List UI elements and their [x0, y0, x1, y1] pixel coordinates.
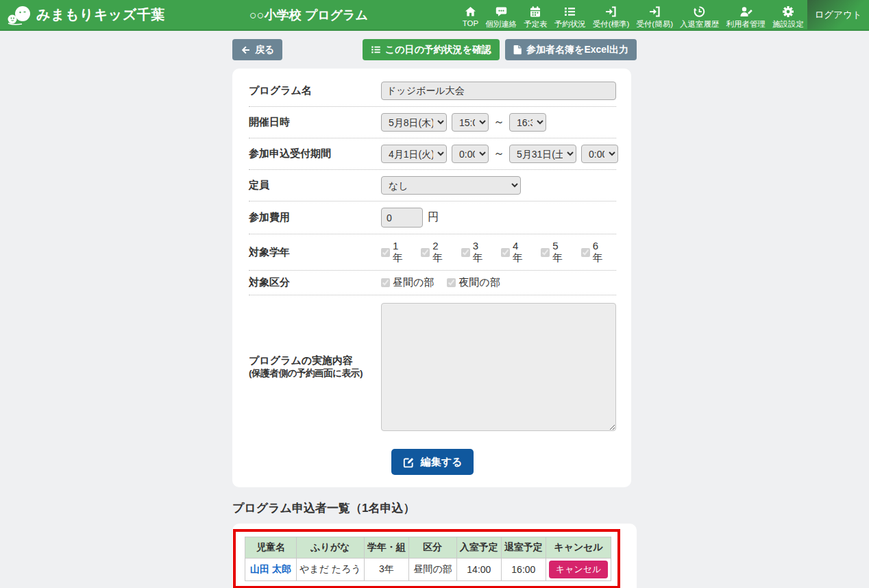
- program-name-input: [381, 82, 616, 100]
- checkbox-icon: [381, 248, 390, 257]
- header-exit-time: 退室予定: [501, 537, 546, 559]
- main-content: 戻る この日の予約状況を確認: [0, 39, 869, 588]
- table-row: 山田 太郎 やまだ たろう 3年 昼間の部 14:00 16:00 キャンセル: [245, 559, 611, 581]
- list-icon: [563, 5, 576, 18]
- period-start-date-select: 4月1日(火): [381, 145, 447, 163]
- period-start-time-select: 0:00: [452, 145, 489, 163]
- form-row-event-datetime: 開催日時 5月8日(木) 15:00 ～ 16:30: [249, 107, 616, 138]
- annotation-highlight-box: 児童名 ふりがな 学年・組 区分 入室予定 退室予定 キャンセル 山田 太郎 や: [233, 529, 620, 588]
- cell-category: 昼間の部: [408, 559, 456, 581]
- cell-exit: 16:00: [501, 559, 546, 581]
- nav-item-reservation-status[interactable]: 予約状況: [551, 0, 589, 29]
- arrow-left-icon: [241, 45, 251, 55]
- form-row-description: プログラムの実施内容 (保護者側の予約画面に表示): [249, 295, 616, 438]
- grade-checkbox-6: 6年: [581, 240, 604, 265]
- checkbox-icon: [461, 248, 470, 257]
- applicants-card: 児童名 ふりがな 学年・組 区分 入室予定 退室予定 キャンセル 山田 太郎 や: [232, 524, 637, 588]
- edit-button-area: 編集する: [249, 449, 616, 475]
- edit-button[interactable]: 編集する: [391, 449, 474, 475]
- page-title: ○○小学校 プログラム: [249, 7, 368, 23]
- category-label: 対象区分: [249, 276, 381, 289]
- header-furigana: ふりがな: [297, 537, 365, 559]
- period-end-time-select: 0:00: [581, 145, 618, 163]
- toolbar: 戻る この日の予約状況を確認: [232, 39, 637, 60]
- form-row-category: 対象区分 昼間の部 夜間の部: [249, 271, 616, 295]
- category-checkbox-night: 夜間の部: [447, 276, 500, 289]
- tilde-separator: ～: [493, 147, 504, 161]
- header-cancel: キャンセル: [546, 537, 611, 559]
- grades-label: 対象学年: [249, 246, 381, 259]
- header-grade: 学年・組: [364, 537, 408, 559]
- form-row-program-name: プログラム名: [249, 75, 616, 107]
- period-end-date-select: 5月31日(土): [509, 145, 576, 163]
- checkbox-icon: [447, 278, 456, 287]
- header-child-name: 児童名: [245, 537, 297, 559]
- back-button[interactable]: 戻る: [232, 39, 282, 60]
- calendar-icon: [529, 5, 541, 18]
- checkbox-icon: [421, 248, 430, 257]
- form-row-application-period: 参加申込受付期間 4月1日(火) 0:00 ～ 5月31日(土) 0:00: [249, 138, 616, 170]
- nav-item-reception-standard[interactable]: 受付(標準): [589, 0, 633, 29]
- description-label: プログラムの実施内容 (保護者側の予約画面に表示): [249, 354, 381, 380]
- program-detail-card: プログラム名 開催日時 5月8日(木) 15:00 ～ 16:30: [232, 69, 631, 487]
- checkbox-icon: [501, 248, 510, 257]
- list-icon: [371, 45, 381, 55]
- table-header-row: 児童名 ふりがな 学年・組 区分 入室予定 退室予定 キャンセル: [245, 537, 611, 559]
- main-nav: TOP 個別連絡 予定表: [459, 0, 807, 29]
- capacity-label: 定員: [249, 179, 381, 192]
- navbar: みまもりキッズ千葉 ○○小学校 プログラム TOP 個別連絡: [0, 0, 869, 31]
- excel-export-button[interactable]: 参加者名簿をExcel出力: [505, 39, 637, 60]
- brand-logo[interactable]: みまもりキッズ千葉: [0, 0, 166, 29]
- event-start-time-select: 15:00: [452, 113, 489, 132]
- nav-item-entry-exit-history[interactable]: 入退室履歴: [676, 0, 723, 29]
- cell-grade: 3年: [364, 559, 408, 581]
- brand-text: みまもりキッズ千葉: [36, 5, 165, 24]
- tilde-separator: ～: [493, 115, 504, 130]
- category-checkbox-day: 昼間の部: [381, 276, 434, 289]
- sign-in-icon: [604, 5, 617, 18]
- fee-input: [381, 208, 423, 228]
- cell-furigana: やまだ たろう: [297, 559, 365, 581]
- nav-item-reception-simple[interactable]: 受付(簡易): [633, 0, 676, 29]
- application-period-label: 参加申込受付期間: [249, 147, 381, 160]
- description-textarea: [381, 303, 616, 431]
- file-icon: [513, 45, 522, 55]
- applicants-table: 児童名 ふりがな 学年・組 区分 入室予定 退室予定 キャンセル 山田 太郎 や: [245, 537, 611, 581]
- checkbox-icon: [381, 278, 390, 287]
- checkbox-icon: [541, 248, 550, 257]
- form-row-capacity: 定員 なし: [249, 170, 616, 201]
- form-row-fee: 参加費用 円: [249, 201, 616, 234]
- gear-icon: [782, 5, 794, 18]
- mascot-logo-icon: [7, 5, 32, 25]
- edit-pencil-icon: [403, 456, 415, 468]
- nav-item-schedule[interactable]: 予定表: [520, 0, 551, 29]
- form-row-grades: 対象学年 1年 2年 3年 4年 5年: [249, 234, 616, 271]
- nav-item-facility-settings[interactable]: 施設設定: [769, 0, 807, 29]
- grade-checkbox-3: 3年: [461, 240, 485, 265]
- child-name-link[interactable]: 山田 太郎: [250, 563, 291, 574]
- sign-in-icon: [648, 5, 661, 18]
- grade-checkbox-1: 1年: [381, 240, 404, 265]
- home-icon: [464, 5, 477, 18]
- header-entry-time: 入室予定: [456, 537, 501, 559]
- grade-checkbox-5: 5年: [541, 240, 564, 265]
- fee-unit-label: 円: [428, 210, 439, 225]
- nav-item-individual-contact[interactable]: 個別連絡: [482, 0, 520, 29]
- cancel-reservation-button[interactable]: キャンセル: [549, 561, 609, 578]
- nav-item-top[interactable]: TOP: [459, 0, 482, 29]
- nav-item-user-management[interactable]: 利用者管理: [723, 0, 770, 29]
- event-datetime-label: 開催日時: [249, 116, 381, 129]
- check-reservations-button[interactable]: この日の予約状況を確認: [363, 39, 500, 60]
- event-end-time-select: 16:30: [509, 113, 546, 132]
- applicants-heading: プログラム申込者一覧（1名申込）: [232, 500, 637, 516]
- toolbar-right-group: この日の予約状況を確認 参加者名簿をExcel出力: [363, 39, 637, 60]
- checkbox-icon: [581, 248, 590, 257]
- comment-icon: [495, 5, 508, 18]
- user-edit-icon: [739, 5, 752, 18]
- capacity-select: なし: [381, 176, 521, 195]
- program-name-label: プログラム名: [249, 84, 381, 97]
- logout-link[interactable]: ログアウト: [807, 0, 869, 29]
- cell-entry: 14:00: [456, 559, 501, 581]
- fee-label: 参加費用: [249, 211, 381, 224]
- event-date-select: 5月8日(木): [381, 113, 447, 132]
